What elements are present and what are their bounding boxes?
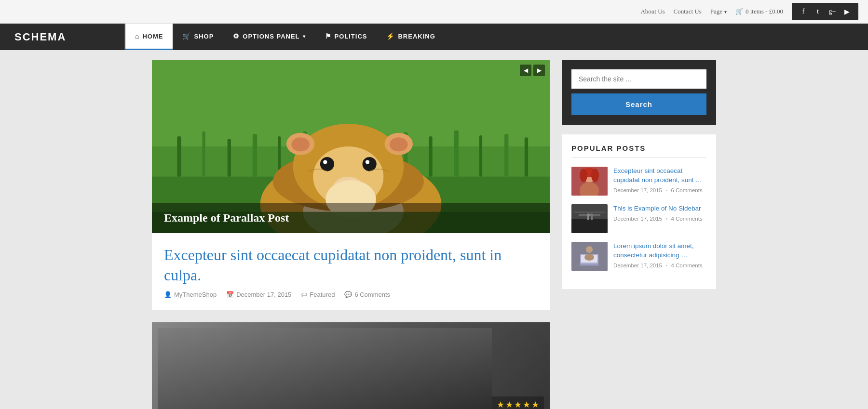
popular-post-item-3: Lorem ipsum dolor sit amet, consectetur …: [571, 242, 706, 271]
shop-icon: 🛒: [182, 32, 191, 40]
featured-caption[interactable]: Example of Parallax Post: [152, 203, 550, 233]
sidebar: Search POPULAR POSTS: [562, 60, 716, 409]
facebook-icon[interactable]: f: [797, 5, 810, 18]
post-title[interactable]: Excepteur sint occaecat cupidatat non pr…: [164, 245, 538, 285]
search-button[interactable]: Search: [571, 93, 706, 115]
svg-point-30: [320, 157, 334, 171]
page-menu[interactable]: Page ▾: [710, 8, 727, 15]
popular-post-meta-2: December 17, 2015 • 4 Comments: [613, 216, 706, 222]
svg-rect-14: [454, 131, 459, 177]
star-rating: ★ ★ ★ ★ ★: [492, 396, 544, 409]
author-icon: 👤: [164, 291, 172, 298]
social-icons-group: f t g+ ▶: [792, 3, 858, 20]
thumb-figure-1: [571, 167, 608, 196]
post-date: 📅 December 17, 2015: [226, 291, 291, 298]
search-input[interactable]: [571, 69, 706, 89]
main-column: ◀ ▶ Example of Parallax Post Excepteur s…: [152, 60, 550, 409]
popular-post-thumb-3: [571, 242, 608, 271]
options-chevron-icon: ▾: [303, 34, 306, 39]
svg-rect-3: [177, 136, 181, 177]
image-next-btn[interactable]: ▶: [533, 65, 545, 76]
site-title: SCHEMA: [0, 24, 125, 50]
svg-rect-49: [587, 216, 589, 220]
popular-posts-widget: POPULAR POSTS: [562, 134, 716, 289]
thumb-figure-2: [571, 204, 608, 233]
star-1: ★: [497, 399, 504, 409]
popular-post-link-3[interactable]: Lorem ipsum dolor sit amet, consectetur …: [613, 242, 706, 260]
svg-point-32: [323, 160, 327, 164]
svg-point-42: [580, 169, 587, 182]
thumb-figure-3: [571, 242, 608, 271]
popular-post-info-1: Excepteur sint occaecat cupidatat non pr…: [613, 167, 706, 193]
svg-point-31: [363, 157, 377, 171]
politics-icon: ⚑: [325, 32, 332, 40]
cart-icon: 🛒: [735, 8, 743, 15]
tag-icon: 🏷: [301, 291, 307, 298]
featured-image: ◀ ▶ Example of Parallax Post: [152, 60, 550, 233]
main-navigation: SCHEMA ⌂ HOME 🛒 SHOP ⚙ OPTIONS PANEL ▾ ⚑…: [0, 24, 868, 50]
googleplus-icon[interactable]: g+: [826, 5, 839, 18]
about-us-link[interactable]: About Us: [640, 8, 665, 15]
second-post-image: ★ ★ ★ ★ ★: [152, 322, 550, 409]
svg-rect-6: [253, 134, 257, 177]
popular-post-link-2[interactable]: This is Example of No Sidebar: [613, 204, 706, 213]
svg-rect-15: [479, 135, 482, 177]
popular-post-thumb-2: [571, 204, 608, 233]
breaking-icon: ⚡: [386, 32, 395, 40]
calendar-icon: 📅: [226, 291, 234, 298]
svg-rect-17: [525, 137, 528, 176]
image-controls: ◀ ▶: [520, 65, 545, 76]
star-2: ★: [505, 399, 513, 409]
svg-point-43: [591, 169, 599, 182]
svg-rect-16: [504, 134, 508, 177]
options-icon: ⚙: [233, 32, 240, 40]
svg-rect-13: [429, 136, 432, 177]
content-wrapper: ◀ ▶ Example of Parallax Post Excepteur s…: [145, 50, 723, 409]
post-content: Excepteur sint occaecat cupidatat non pr…: [152, 233, 550, 310]
popular-post-thumb-1: [571, 167, 608, 196]
nav-item-politics[interactable]: ⚑ POLITICS: [315, 24, 377, 50]
popular-post-meta-3: December 17, 2015 • 4 Comments: [613, 263, 706, 268]
svg-point-48: [587, 213, 590, 216]
popular-posts-title: POPULAR POSTS: [571, 144, 706, 158]
nav-item-breaking[interactable]: ⚡ BREAKING: [377, 24, 445, 50]
svg-point-33: [366, 160, 369, 164]
star-4: ★: [523, 399, 530, 409]
page-chevron-icon: ▾: [724, 9, 727, 14]
home-icon: ⌂: [135, 32, 139, 40]
search-widget: Search: [562, 60, 716, 125]
svg-point-57: [584, 254, 594, 261]
svg-rect-37: [158, 328, 492, 409]
popular-post-link-1[interactable]: Excepteur sint occaecat cupidatat non pr…: [613, 167, 706, 185]
svg-point-25: [390, 137, 408, 151]
star-5: ★: [531, 399, 539, 409]
nav-item-shop[interactable]: 🛒 SHOP: [173, 24, 223, 50]
post-author: 👤 MyThemeShop: [164, 291, 217, 298]
featured-post: ◀ ▶ Example of Parallax Post Excepteur s…: [152, 60, 550, 310]
svg-rect-47: [574, 211, 605, 213]
image-prev-btn[interactable]: ◀: [520, 65, 531, 76]
svg-rect-5: [228, 139, 231, 176]
youtube-icon[interactable]: ▶: [840, 5, 854, 18]
svg-rect-4: [202, 132, 205, 177]
top-bar: About Us Contact Us Page ▾ 🛒 0 items - £…: [0, 0, 868, 24]
nav-item-options-panel[interactable]: ⚙ OPTIONS PANEL ▾: [223, 24, 315, 50]
svg-point-24: [291, 137, 310, 151]
popular-post-info-3: Lorem ipsum dolor sit amet, consectetur …: [613, 242, 706, 268]
post-comments[interactable]: 💬 6 Comments: [344, 291, 390, 298]
nav-items: ⌂ HOME 🛒 SHOP ⚙ OPTIONS PANEL ▾ ⚑ POLITI…: [125, 24, 868, 50]
comments-icon: 💬: [344, 291, 352, 298]
cart-info[interactable]: 🛒 0 items - £0.00: [735, 8, 783, 15]
popular-post-meta-1: December 17, 2015 • 6 Comments: [613, 187, 706, 193]
svg-point-50: [590, 213, 593, 216]
svg-rect-45: [571, 219, 608, 233]
popular-post-info-2: This is Example of No Sidebar December 1…: [613, 204, 706, 222]
post-meta: 👤 MyThemeShop 📅 December 17, 2015 🏷 Feat…: [164, 291, 538, 298]
contact-us-link[interactable]: Contact Us: [674, 8, 702, 15]
popular-post-item-2: This is Example of No Sidebar December 1…: [571, 204, 706, 233]
post-category[interactable]: 🏷 Featured: [301, 291, 335, 298]
popular-post-item: Excepteur sint occaecat cupidatat non pr…: [571, 167, 706, 196]
nav-item-home[interactable]: ⌂ HOME: [125, 24, 173, 50]
svg-rect-51: [591, 216, 593, 220]
twitter-icon[interactable]: t: [811, 5, 825, 18]
